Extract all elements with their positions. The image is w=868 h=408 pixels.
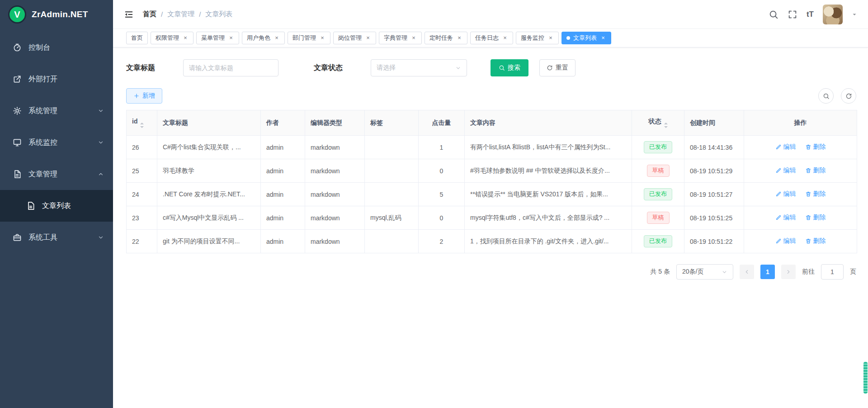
chevron-up-icon <box>98 171 104 177</box>
column-header-7[interactable]: 状态 <box>632 110 684 136</box>
close-icon[interactable]: × <box>319 35 326 41</box>
page-1-button[interactable]: 1 <box>760 265 775 279</box>
breadcrumb-item: 文章列表 <box>205 10 232 19</box>
avatar[interactable] <box>823 5 843 24</box>
tab-5[interactable]: 岗位管理× <box>333 32 376 44</box>
dashboard-icon <box>13 43 22 52</box>
edit-button[interactable]: 编辑 <box>775 237 796 245</box>
sidebar-item-external[interactable]: 外部打开 <box>0 63 113 95</box>
cell-actions: 编辑删除 <box>744 159 857 183</box>
tab-1[interactable]: 权限管理× <box>151 32 193 44</box>
column-header-0[interactable]: id <box>127 110 157 136</box>
close-icon[interactable]: × <box>456 35 462 41</box>
sidebar-item-article-list[interactable]: 文章列表 <box>0 190 113 222</box>
delete-button[interactable]: 删除 <box>805 213 826 222</box>
edit-button[interactable]: 编辑 <box>775 190 796 198</box>
tab-label: 菜单管理 <box>201 34 225 42</box>
sort-icon[interactable] <box>140 123 144 128</box>
delete-button[interactable]: 删除 <box>805 237 826 245</box>
total-count: 共 5 条 <box>650 268 670 276</box>
column-header-6: 文章内容 <box>465 110 632 136</box>
goto-page-input[interactable] <box>821 264 844 280</box>
logo[interactable]: V ZrAdmin.NET <box>0 0 113 29</box>
sidebar-item-article[interactable]: 文章管理 <box>0 158 113 190</box>
chevron-down-icon <box>722 269 727 275</box>
tab-9[interactable]: 服务监控× <box>516 32 559 44</box>
prev-page-button[interactable] <box>740 265 754 279</box>
trash-icon <box>805 214 811 221</box>
sort-icon[interactable] <box>664 123 668 128</box>
cell <box>365 230 419 253</box>
close-icon[interactable]: × <box>410 35 417 41</box>
tab-4[interactable]: 部门管理× <box>288 32 330 44</box>
font-size-icon[interactable]: tT <box>807 10 814 19</box>
tab-8[interactable]: 任务日志× <box>470 32 513 44</box>
tab-7[interactable]: 定时任务× <box>425 32 467 44</box>
cell: admin <box>261 159 305 183</box>
fullscreen-icon[interactable] <box>788 9 797 19</box>
search-button[interactable]: 搜索 <box>491 59 528 76</box>
toolbar-right <box>818 88 856 104</box>
cell-actions: 编辑删除 <box>744 183 857 206</box>
breadcrumb-item[interactable]: 首页 <box>143 10 156 19</box>
article-title-input[interactable] <box>183 59 278 76</box>
close-icon[interactable]: × <box>274 35 280 41</box>
reset-button[interactable]: 重置 <box>539 59 576 76</box>
scrollbar-thumb[interactable] <box>863 362 868 394</box>
cell: markdown <box>305 230 365 253</box>
edit-icon <box>775 144 782 150</box>
app-title: ZrAdmin.NET <box>32 9 88 19</box>
tab-3[interactable]: 用户角色× <box>242 32 285 44</box>
trash-icon <box>805 167 811 174</box>
cell: **错误提示** 当电脑更新 VS2017 版本后，如果... <box>465 183 632 206</box>
page-scrollbar[interactable] <box>863 0 868 408</box>
table-toolbar: 新增 <box>126 88 856 104</box>
cell: .NET Core 发布时提示.NET... <box>157 183 261 206</box>
sidebar-item-system[interactable]: 系统管理 <box>0 95 113 127</box>
cell <box>365 183 419 206</box>
tab-10[interactable]: 文章列表× <box>561 32 611 44</box>
tab-2[interactable]: 菜单管理× <box>196 32 239 44</box>
tab-6[interactable]: 字典管理× <box>379 32 422 44</box>
chevron-down-icon <box>98 234 104 241</box>
page-size-select[interactable]: 20条/页 <box>676 264 733 280</box>
tab-label: 部门管理 <box>292 34 316 42</box>
close-icon[interactable]: × <box>600 35 606 41</box>
close-icon[interactable]: × <box>547 35 554 41</box>
tab-0[interactable]: 首页 <box>126 32 148 44</box>
sidebar-item-monitor[interactable]: 系统监控 <box>0 127 113 158</box>
search-icon[interactable] <box>769 9 778 19</box>
sidebar-item-console[interactable]: 控制台 <box>0 32 113 63</box>
close-icon[interactable]: × <box>182 35 189 41</box>
refresh-table-icon[interactable] <box>841 88 856 104</box>
tab-label: 定时任务 <box>429 34 453 42</box>
close-icon[interactable]: × <box>502 35 508 41</box>
close-icon[interactable]: × <box>228 35 234 41</box>
add-button[interactable]: 新增 <box>126 88 162 104</box>
close-icon[interactable]: × <box>365 35 371 41</box>
cell: 有两个list,listA 和listB，listA中有三个属性列为St... <box>465 136 632 159</box>
edit-button[interactable]: 编辑 <box>775 143 796 151</box>
trash-icon <box>805 144 811 150</box>
chevron-down-icon <box>98 139 104 146</box>
user-menu-caret-icon[interactable] <box>852 12 857 17</box>
status-badge: 已发布 <box>644 141 672 153</box>
delete-button[interactable]: 删除 <box>805 166 826 175</box>
edit-button[interactable]: 编辑 <box>775 166 796 175</box>
cell: 1，找到项目所在目录下的 .git/文件夹，进入.git/... <box>465 230 632 253</box>
cell: c#写入Mysql中文显示乱码 ... <box>157 206 261 230</box>
delete-button[interactable]: 删除 <box>805 190 826 198</box>
sidebar-collapse-icon[interactable] <box>124 9 134 19</box>
table-row: 26C#两个list集合实现关联，...adminmarkdown1有两个lis… <box>127 136 857 159</box>
delete-button[interactable]: 删除 <box>805 143 826 151</box>
sidebar-item-tools[interactable]: 系统工具 <box>0 222 113 253</box>
logo-icon: V <box>8 5 26 24</box>
toggle-search-icon[interactable] <box>818 88 834 104</box>
breadcrumb-item[interactable]: 文章管理 <box>167 10 194 19</box>
edit-button[interactable]: 编辑 <box>775 213 796 222</box>
article-status-select[interactable]: 请选择 <box>371 59 467 76</box>
cell: markdown <box>305 159 365 183</box>
cell: 羽毛球教学 <box>157 159 261 183</box>
next-page-button[interactable] <box>781 265 796 279</box>
cell: admin <box>261 183 305 206</box>
